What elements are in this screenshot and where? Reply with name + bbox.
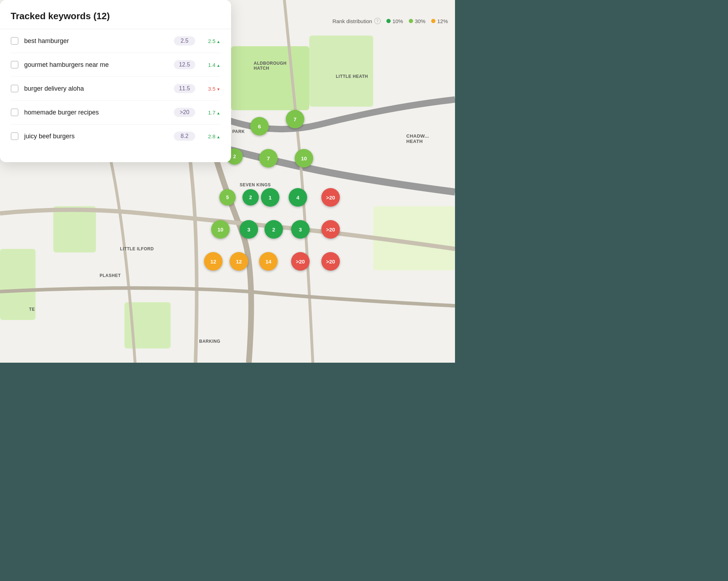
legend-dot-1 [386, 19, 391, 23]
legend-item-3: 12% [431, 18, 448, 24]
keyword-row: burger delivery aloha11.53.5 [11, 77, 220, 101]
map-pin[interactable]: 6 [250, 117, 269, 135]
keyword-row: homemade burger recipes>201.7 [11, 101, 220, 124]
map-pin[interactable]: 12 [230, 252, 248, 271]
map-pin[interactable]: 14 [259, 252, 278, 271]
keyword-rank: >20 [174, 108, 195, 117]
panel-title: Tracked keywords (12) [11, 11, 220, 22]
legend-dot-2 [409, 19, 413, 23]
keyword-rank: 11.5 [174, 84, 195, 93]
keyword-checkbox-4[interactable] [11, 108, 18, 116]
map-pin[interactable]: >20 [321, 188, 340, 207]
keyword-change: 3.5 [201, 86, 220, 92]
map-pin[interactable]: 3 [291, 220, 310, 239]
rank-dist-text: Rank distribution [332, 18, 372, 24]
keyword-name: homemade burger recipes [24, 109, 168, 116]
map-pin[interactable]: 10 [211, 220, 230, 239]
rank-distribution-label: Rank distribution ? [332, 18, 381, 24]
keyword-name: burger delivery aloha [24, 85, 168, 92]
keyword-row: gourmet hamburgers near me12.51.4 [11, 53, 220, 77]
keyword-row: juicy beef burgers8.22.8 [11, 124, 220, 148]
map-pin[interactable]: >20 [291, 252, 310, 271]
keyword-change: 1.7 [201, 110, 220, 116]
map-pin[interactable]: 12 [204, 252, 223, 271]
map-pin[interactable]: 3 [240, 220, 258, 239]
arrow-up-icon [216, 62, 220, 68]
keyword-change: 1.4 [201, 62, 220, 68]
arrow-up-icon [216, 133, 220, 139]
rank-distribution-help[interactable]: ? [374, 18, 381, 24]
map-pin[interactable]: >20 [321, 252, 340, 271]
map-pin[interactable]: 1 [261, 188, 279, 207]
rank-distribution-panel: Rank distribution ? 10% 30% 12% [332, 18, 448, 24]
keyword-rank: 12.5 [174, 60, 195, 69]
arrow-up-icon [216, 38, 220, 44]
legend-pct-2: 30% [415, 18, 425, 24]
keyword-rank: 8.2 [174, 132, 195, 141]
keyword-name: gourmet hamburgers near me [24, 61, 168, 69]
keyword-checkbox-5[interactable] [11, 132, 18, 140]
legend-pct-1: 10% [392, 18, 403, 24]
keyword-name: best hamburger [24, 37, 168, 45]
map-pin[interactable]: 4 [289, 188, 307, 207]
arrow-down-icon [216, 86, 220, 92]
map-pin[interactable]: 10 [295, 149, 313, 167]
legend-item-1: 10% [386, 18, 403, 24]
keyword-checkbox-3[interactable] [11, 85, 18, 92]
arrow-up-icon [216, 110, 220, 116]
keywords-panel: Tracked keywords (12) best hamburger2.52… [0, 0, 231, 162]
keyword-change: 2.8 [201, 133, 220, 139]
keyword-change: 2.5 [201, 38, 220, 44]
map-pin[interactable]: >20 [321, 220, 340, 239]
map-pin[interactable]: 2 [264, 220, 283, 239]
keyword-name: juicy beef burgers [24, 133, 168, 140]
keyword-checkbox-1[interactable] [11, 37, 18, 45]
keywords-list: best hamburger2.52.5gourmet hamburgers n… [11, 29, 220, 148]
keyword-row: best hamburger2.52.5 [11, 29, 220, 53]
keyword-rank: 2.5 [174, 36, 195, 46]
map-pin[interactable]: 5 [219, 189, 236, 206]
legend-pct-3: 12% [437, 18, 448, 24]
map-pin[interactable]: 2 [242, 189, 259, 206]
legend-item-2: 30% [409, 18, 425, 24]
legend-dot-3 [431, 19, 435, 23]
map-pin[interactable]: 7 [286, 110, 304, 128]
keyword-checkbox-2[interactable] [11, 61, 18, 69]
map-pin[interactable]: 7 [259, 149, 278, 167]
